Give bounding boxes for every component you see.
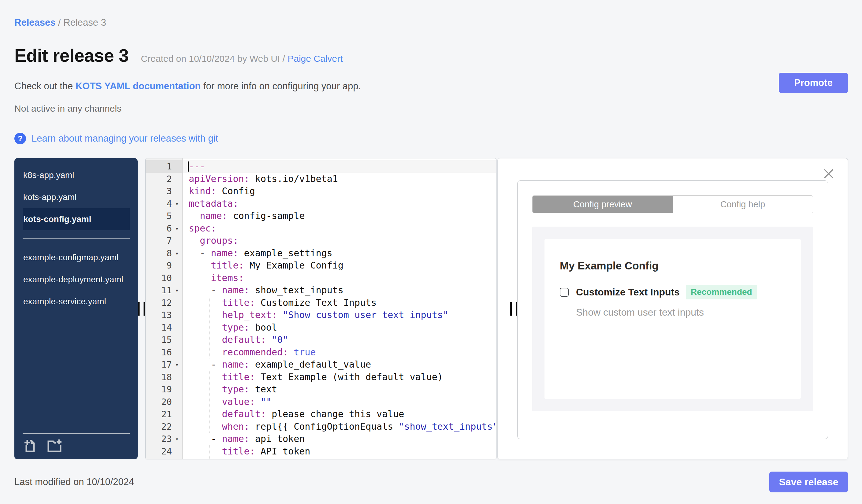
code-line[interactable]: value: "" xyxy=(183,396,496,408)
code-line[interactable]: kind: Config xyxy=(183,185,496,198)
code-line[interactable]: type: password xyxy=(183,457,496,459)
gutter-row: 13 xyxy=(146,309,182,321)
code-token: - xyxy=(189,285,222,295)
line-number: 9 xyxy=(146,260,172,271)
code-token: groups: xyxy=(200,235,238,246)
line-number: 18 xyxy=(146,372,172,382)
promote-button[interactable]: Promote xyxy=(779,73,848,93)
customize-text-inputs-checkbox[interactable] xyxy=(560,288,569,297)
code-token xyxy=(288,347,293,358)
fold-arrow-icon[interactable]: ▾ xyxy=(172,225,182,232)
line-number: 3 xyxy=(146,186,172,196)
file-tree-item[interactable]: k8s-app.yaml xyxy=(23,164,130,186)
code-token xyxy=(189,446,222,456)
title-row: Edit release 3 Created on 10/10/2024 by … xyxy=(14,45,848,66)
breadcrumb-releases-link[interactable]: Releases xyxy=(14,17,55,28)
code-token: metadata: xyxy=(189,198,239,209)
code-line[interactable]: apiVersion: kots.io/v1beta1 xyxy=(183,173,496,185)
code-token: value: xyxy=(222,396,255,407)
kots-yaml-docs-link[interactable]: KOTS YAML documentation xyxy=(76,81,201,91)
fold-arrow-icon[interactable]: ▾ xyxy=(172,436,182,442)
code-line[interactable]: title: API token xyxy=(183,445,496,458)
left-drag-handle[interactable] xyxy=(138,302,145,316)
code-line[interactable]: when: repl{{ ConfigOptionEquals "show_te… xyxy=(183,421,496,433)
code-line[interactable]: metadata: xyxy=(183,198,496,210)
file-tree-item[interactable]: example-deployment.yaml xyxy=(23,268,130,291)
code-token: please change this value xyxy=(266,409,404,419)
code-token: "0" xyxy=(272,334,288,345)
code-line[interactable]: name: config-sample xyxy=(183,210,496,222)
code-token xyxy=(189,396,222,407)
code-line[interactable]: default: please change this value xyxy=(183,408,496,421)
created-text: Created on 10/10/2024 by Web UI / xyxy=(141,54,288,64)
code-line[interactable]: groups: xyxy=(183,235,496,247)
code-token xyxy=(189,347,222,358)
file-tree-item[interactable]: example-configmap.yaml xyxy=(23,247,130,268)
code-line[interactable]: - name: api_token xyxy=(183,433,496,445)
code-token: --- xyxy=(189,161,205,172)
code-token: title: xyxy=(211,260,244,271)
code-line[interactable]: title: Text Example (with default value) xyxy=(183,371,496,384)
gutter-row: 10 xyxy=(146,272,182,284)
yaml-editor[interactable]: 1234▾56▾78▾91011▾121314151617▾1819202122… xyxy=(145,158,496,459)
git-help-row[interactable]: ? Learn about managing your releases wit… xyxy=(14,133,848,144)
tab-config-preview[interactable]: Config preview xyxy=(533,196,672,213)
file-tree-item[interactable]: example-service.yaml xyxy=(23,291,130,313)
gutter-row: 3 xyxy=(146,185,182,198)
new-folder-icon[interactable] xyxy=(46,439,62,453)
line-number: 25 xyxy=(146,459,172,459)
page-title: Edit release 3 xyxy=(14,45,129,66)
code-line[interactable]: - name: example_default_value xyxy=(183,358,496,371)
file-tree-list: k8s-app.yamlkots-app.yamlkots-config.yam… xyxy=(23,164,130,433)
code-token: text xyxy=(250,384,277,395)
code-token: recommended: xyxy=(222,347,288,358)
code-token: "Show custom user text inputs" xyxy=(283,309,448,320)
save-release-button[interactable]: Save release xyxy=(769,472,848,492)
indent-guide xyxy=(209,297,210,359)
code-line[interactable]: type: text xyxy=(183,383,496,396)
file-tree-item[interactable]: kots-config.yaml xyxy=(23,208,130,230)
code-line[interactable]: title: Customize Text Inputs xyxy=(183,297,496,309)
channel-status: Not active in any channels xyxy=(14,103,848,114)
code-token: password xyxy=(250,458,299,459)
gutter-row: 23▾ xyxy=(146,433,182,445)
code-token: title: xyxy=(222,297,255,308)
code-token xyxy=(189,409,222,419)
right-drag-handle[interactable] xyxy=(510,302,518,316)
git-help-link[interactable]: Learn about managing your releases with … xyxy=(31,133,218,144)
code-line[interactable]: help_text: "Show custom user text inputs… xyxy=(183,309,496,321)
code-token xyxy=(189,235,200,246)
fold-arrow-icon[interactable]: ▾ xyxy=(172,200,182,207)
gutter-row: 9 xyxy=(146,259,182,272)
editor-code-area[interactable]: ---apiVersion: kots.io/v1beta1kind: Conf… xyxy=(183,158,496,459)
file-tree-item[interactable]: kots-app.yaml xyxy=(23,186,130,208)
code-line[interactable]: type: bool xyxy=(183,321,496,334)
code-line[interactable]: - name: show_text_inputs xyxy=(183,284,496,297)
line-number: 22 xyxy=(146,422,172,432)
line-number: 21 xyxy=(146,409,172,419)
code-line[interactable]: --- xyxy=(183,160,496,173)
fold-arrow-icon[interactable]: ▾ xyxy=(172,287,182,294)
author-link[interactable]: Paige Calvert xyxy=(288,54,343,64)
gutter-row: 14 xyxy=(146,321,182,334)
gutter-row: 11▾ xyxy=(146,284,182,297)
tab-config-help[interactable]: Config help xyxy=(672,196,813,213)
close-icon[interactable] xyxy=(823,168,834,179)
code-token xyxy=(189,297,222,308)
code-line[interactable]: - name: example_settings xyxy=(183,247,496,260)
line-number: 7 xyxy=(146,236,172,246)
code-line[interactable]: items: xyxy=(183,272,496,284)
fold-arrow-icon[interactable]: ▾ xyxy=(172,361,182,368)
code-line[interactable]: default: "0" xyxy=(183,334,496,346)
code-line[interactable]: recommended: true xyxy=(183,346,496,359)
code-line[interactable]: spec: xyxy=(183,222,496,235)
code-line[interactable]: title: My Example Config xyxy=(183,259,496,272)
code-token: name: xyxy=(211,248,238,258)
code-token: API token xyxy=(255,446,311,456)
config-tabs: Config previewConfig help xyxy=(532,196,813,213)
line-number: 6 xyxy=(146,223,172,234)
config-card: Config previewConfig help My Example Con… xyxy=(517,181,828,439)
config-preview-background: My Example Config Customize Text Inputs … xyxy=(532,227,813,411)
fold-arrow-icon[interactable]: ▾ xyxy=(172,250,182,256)
new-file-icon[interactable] xyxy=(23,439,37,453)
